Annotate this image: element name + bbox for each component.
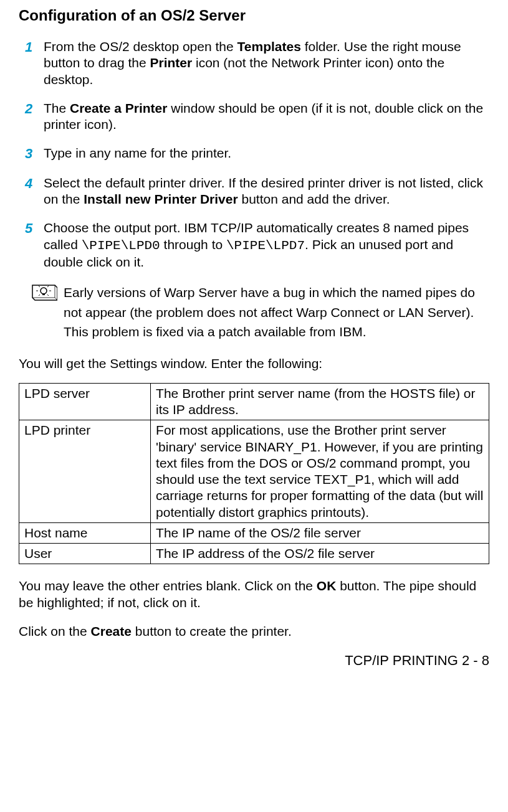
text-run: Type in any name for the printer. (44, 146, 231, 160)
text-run: From the OS/2 desktop open the (44, 39, 237, 54)
setting-label: LPD printer (19, 420, 151, 523)
monospace-text: \PIPE\LPD7 (226, 238, 305, 253)
settings-intro: You will get the Settings window. Enter … (19, 356, 489, 372)
text-run: Click on the (19, 624, 91, 638)
svg-rect-6 (42, 293, 45, 295)
post-table-paragraph: You may leave the other entries blank. C… (19, 578, 489, 611)
monospace-text: \PIPE\LPD0 (82, 238, 160, 253)
step-text: Choose the output port. IBM TCP/IP autom… (44, 220, 489, 270)
text-run: button and add the driver. (238, 192, 390, 206)
table-row: LPD serverThe Brother print server name … (19, 383, 489, 420)
setting-label: Host name (19, 522, 151, 543)
table-row: Host nameThe IP name of the OS/2 file se… (19, 522, 489, 543)
bold-text: Create (91, 624, 132, 638)
table-row: LPD printerFor most applications, use th… (19, 420, 489, 523)
page-heading: Configuration of an OS/2 Server (19, 6, 489, 25)
step-number: 5 (19, 220, 44, 270)
step-number: 2 (19, 100, 44, 133)
step-item: 3Type in any name for the printer. (19, 145, 489, 163)
note-text: Early versions of Warp Server have a bug… (64, 283, 489, 342)
setting-label: User (19, 544, 151, 564)
setting-value: For most applications, use the Brother p… (151, 420, 489, 523)
bold-text: Printer (150, 55, 192, 70)
bold-text: Install new Printer Driver (84, 192, 237, 206)
step-item: 1From the OS/2 desktop open the Template… (19, 39, 489, 88)
step-number: 4 (19, 175, 44, 208)
step-item: 5Choose the output port. IBM TCP/IP auto… (19, 220, 489, 270)
step-text: The Create a Printer window should be op… (44, 100, 489, 133)
text-run: through to (160, 237, 226, 252)
step-item: 2The Create a Printer window should be o… (19, 100, 489, 133)
bold-text: OK (317, 578, 337, 593)
text-run: The (44, 101, 70, 115)
note-block: Early versions of Warp Server have a bug… (31, 283, 489, 342)
step-text: Select the default printer driver. If th… (44, 175, 489, 208)
text-run: You may leave the other entries blank. C… (19, 578, 317, 593)
step-number: 3 (19, 145, 44, 163)
page-footer: TCP/IP PRINTING 2 - 8 (19, 652, 489, 669)
bold-text: Templates (237, 39, 301, 54)
step-text: From the OS/2 desktop open the Templates… (44, 39, 489, 88)
setting-value: The IP address of the OS/2 file server (151, 544, 489, 564)
step-item: 4Select the default printer driver. If t… (19, 175, 489, 208)
text-run: button to create the printer. (132, 624, 292, 638)
table-row: UserThe IP address of the OS/2 file serv… (19, 544, 489, 564)
settings-table: LPD serverThe Brother print server name … (19, 383, 489, 565)
lightbulb-icon (31, 284, 57, 306)
bold-text: Create a Printer (70, 101, 167, 115)
create-paragraph: Click on the Create button to create the… (19, 623, 489, 640)
setting-value: The Brother print server name (from the … (151, 383, 489, 420)
setting-label: LPD server (19, 383, 151, 420)
step-text: Type in any name for the printer. (44, 145, 489, 163)
steps-list: 1From the OS/2 desktop open the Template… (19, 39, 489, 270)
setting-value: The IP name of the OS/2 file server (151, 522, 489, 543)
step-number: 1 (19, 39, 44, 88)
